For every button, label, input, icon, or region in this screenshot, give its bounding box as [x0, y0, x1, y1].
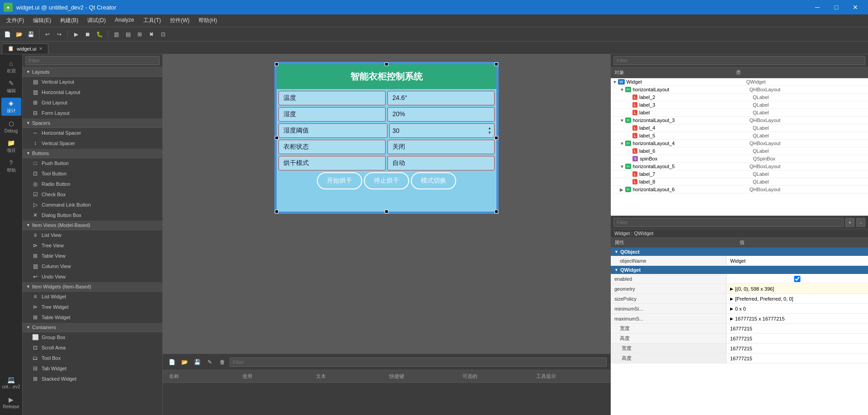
widget-item-check-box[interactable]: ☑Check Box [23, 189, 162, 200]
widget-category-spacers[interactable]: ▼Spacers [23, 118, 162, 128]
layout-break[interactable]: ✖ [146, 29, 157, 40]
obj-row-hlayout[interactable]: ▼ H horizontalLayout QHBoxLayout [611, 86, 868, 94]
obj-expand-hlayout6[interactable]: ▶ [620, 187, 625, 192]
widget-item-undo-view[interactable]: ↩Undo View [23, 272, 162, 282]
prop-row---[interactable]: 高度 16777215 [611, 334, 868, 344]
widget-category-layouts[interactable]: ▼Layouts [23, 67, 162, 77]
menu-item-e[interactable]: 编辑(E) [28, 15, 56, 26]
menu-item-b[interactable]: 构建(B) [56, 15, 83, 26]
prop-row-sub-高度[interactable]: 高度 16777215 [611, 354, 868, 363]
start-dry-button[interactable]: 开始烘干 [317, 172, 362, 189]
help-button[interactable]: ? 帮助 [1, 157, 21, 175]
menu-item-f[interactable]: 文件(F) [2, 15, 28, 26]
prop-value-geometry[interactable]: ▶[(0, 0), 598 x 396] [726, 284, 868, 293]
obj-row-label[interactable]: L label QLabel [611, 109, 868, 117]
obj-row-hlayout4[interactable]: ▼ H horizontalLayout_4 QHBoxLayout [611, 140, 868, 147]
menu-item-d[interactable]: 调试(D) [83, 15, 110, 26]
stop-dry-button[interactable]: 停止烘干 [364, 172, 409, 189]
widget-item-tool-box[interactable]: 🗂Tool Box [23, 353, 162, 363]
property-remove-button[interactable]: - [856, 218, 865, 227]
widget-item-tab-widget[interactable]: ⊟Tab Widget [23, 363, 162, 374]
prop-row-minimumsi---[interactable]: minimumSi... ▶0 x 0 [611, 304, 868, 314]
prop-value-sub-宽度[interactable]: 16777215 [726, 344, 868, 353]
prop-value-maximums---[interactable]: ▶16777215 x 16777215 [726, 314, 868, 323]
tab-close-icon[interactable]: ✕ [39, 46, 42, 51]
widget-item-horizontal-spacer[interactable]: ↔Horizontal Spacer [23, 128, 162, 138]
obj-row-label3[interactable]: L label_3 QLabel [611, 101, 868, 109]
prop-value-minimumsi---[interactable]: ▶0 x 0 [726, 304, 868, 313]
design-button[interactable]: ◈ 设计 [1, 98, 21, 116]
widget-item-vertical-layout[interactable]: ▤Vertical Layout [23, 77, 162, 87]
debug-button[interactable]: 🐛 [94, 29, 105, 40]
tab-widget-ui[interactable]: 📋 widget.ui ✕ [2, 43, 48, 54]
prop-value-objectname[interactable]: Widget [726, 256, 868, 265]
obj-expand-hlayout5[interactable]: ▼ [620, 164, 625, 169]
obj-row-spinbox[interactable]: S spinBox QSpinBox [611, 155, 868, 163]
mode-switch-button[interactable]: 模式切换 [411, 172, 456, 189]
widget-item-group-box[interactable]: ⬜Group Box [23, 332, 162, 343]
menu-item-t[interactable]: 工具(T) [139, 15, 165, 26]
layout-vert[interactable]: ▤ [123, 29, 133, 40]
prop-value---[interactable]: 16777215 [726, 334, 868, 343]
prop-row-enabled[interactable]: enabled [611, 274, 868, 284]
obj-row-label5[interactable]: L label_5 QLabel [611, 132, 868, 140]
prop-row-objectname[interactable]: objectName Widget [611, 256, 868, 266]
project-button[interactable]: 📁 项目 [1, 137, 21, 156]
widget-item-radio-button[interactable]: ◎Radio Button [23, 179, 162, 189]
obj-expand-widget[interactable]: ▼ [613, 80, 618, 85]
obj-row-label2[interactable]: L label_2 QLabel [611, 94, 868, 101]
prop-checkbox-enabled[interactable] [730, 276, 864, 282]
widget-item-horizontal-layout[interactable]: ▥Horizontal Layout [23, 87, 162, 98]
obj-row-label7[interactable]: L label_7 QLabel [611, 170, 868, 178]
spinbox-down-button[interactable]: ▼ [488, 131, 491, 135]
welcome-button[interactable]: ⌂ 欢迎 [1, 58, 21, 76]
widget-item-column-view[interactable]: ▥Column View [23, 261, 162, 272]
property-filter-input[interactable] [613, 218, 844, 227]
spinbox-up-button[interactable]: ▲ [488, 126, 491, 131]
widget-category-containers[interactable]: ▼Containers [23, 323, 162, 332]
widget-item-form-layout[interactable]: ⊟Form Layout [23, 108, 162, 118]
widget-item-table-view[interactable]: ⊞Table View [23, 251, 162, 261]
widget-item-table-widget[interactable]: ⊞Table Widget [23, 312, 162, 323]
menu-item-h[interactable]: 帮助(H) [194, 15, 222, 26]
prop-value-sub-高度[interactable]: 16777215 [726, 354, 868, 363]
prop-row-maximums---[interactable]: maximumS... ▶16777215 x 16777215 [611, 314, 868, 324]
widget-item-push-button[interactable]: □Push Button [23, 158, 162, 169]
prop-value-enabled[interactable] [726, 274, 868, 283]
widget-item-list-widget[interactable]: ≡List Widget [23, 292, 162, 302]
open-button[interactable]: 📂 [14, 29, 24, 40]
object-filter-input[interactable] [613, 56, 865, 65]
obj-expand-hlayout[interactable]: ▼ [620, 87, 625, 92]
action-filter-input[interactable] [230, 358, 607, 367]
layout-grid[interactable]: ⊞ [134, 29, 145, 40]
prop-section-qobject[interactable]: ▼QObject [611, 248, 868, 256]
prop-value---[interactable]: 16777215 [726, 324, 868, 333]
prop-row---[interactable]: 宽度 16777215 [611, 324, 868, 334]
menu-item-analyze[interactable]: Analyze [110, 15, 139, 26]
action-save-button[interactable]: 💾 [192, 357, 203, 368]
widget-item-stacked-widget[interactable]: ⊞Stacked Widget [23, 374, 162, 384]
widget-item-tree-view[interactable]: ⊳Tree View [23, 241, 162, 251]
save-button[interactable]: 💾 [25, 29, 36, 40]
obj-row-label8[interactable]: L label_8 QLabel [611, 178, 868, 186]
prop-value-sizepolicy[interactable]: ▶[Preferred, Preferred, 0, 0] [726, 294, 868, 303]
obj-row-hlayout6[interactable]: ▶ H horizontalLayout_6 QHBoxLayout [611, 186, 868, 193]
undo-button[interactable]: ↩ [42, 29, 53, 40]
layout-adjust[interactable]: ⊡ [158, 29, 169, 40]
action-edit-button[interactable]: ✎ [204, 357, 215, 368]
prop-row-sizepolicy[interactable]: sizePolicy ▶[Preferred, Preferred, 0, 0] [611, 294, 868, 304]
action-open-button[interactable]: 📂 [179, 357, 190, 368]
widget-category-item-widgets--item-based-[interactable]: ▼Item Widgets (Item-Based) [23, 282, 162, 292]
stop-button[interactable]: ⏹ [82, 29, 93, 40]
obj-row-hlayout5[interactable]: ▼ H horizontalLayout_5 QHBoxLayout [611, 163, 868, 170]
widget-item-dialog-button-box[interactable]: ✕Dialog Button Box [23, 210, 162, 221]
widget-filter-input[interactable] [25, 56, 160, 65]
design-canvas-area[interactable]: 智能衣柜控制系统 温度 24.6° 湿度 [163, 54, 610, 354]
close-button[interactable]: ✕ [846, 0, 864, 14]
widget-item-tool-button[interactable]: ⊡Tool Button [23, 169, 162, 179]
obj-row-widget[interactable]: ▼ W Widget QWidget [611, 78, 868, 86]
action-delete-button[interactable]: 🗑 [217, 357, 228, 368]
maximize-button[interactable]: □ [827, 0, 845, 14]
build-button[interactable]: ▶ [71, 29, 81, 40]
redo-button[interactable]: ↪ [54, 29, 65, 40]
